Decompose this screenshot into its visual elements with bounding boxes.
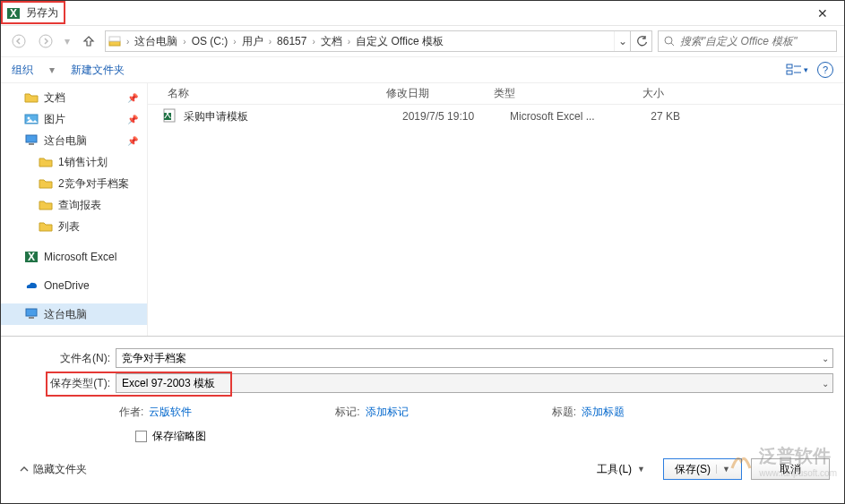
tags-field: 标记: 添加标记 [335,405,408,420]
close-button[interactable]: ✕ [805,6,841,21]
svg-line-7 [671,43,674,46]
sidebar-item-label: 列表 [58,219,80,235]
filetype-label: 保存类型(T): [46,376,116,391]
drive-icon [106,35,124,47]
tags-label: 标记: [335,405,359,420]
view-options[interactable]: ▾ [786,64,808,76]
chevron-right-icon[interactable]: › [266,37,274,47]
sidebar-item[interactable]: 文档📌 [1,87,147,108]
organize-menu[interactable]: 组织 [12,63,33,78]
sidebar-item[interactable]: OneDrive [1,275,147,296]
column-header: 名称 修改日期 类型 大小 [148,83,844,105]
sidebar-item-label: 这台电脑 [44,307,87,322]
refresh-button[interactable] [630,31,651,51]
breadcrumb-item[interactable]: 自定义 Office 模板 [353,34,446,49]
thumbnail-checkbox[interactable] [135,431,147,442]
search-box[interactable] [658,30,837,52]
chevron-right-icon[interactable]: › [124,37,132,47]
sidebar-item[interactable]: 1销售计划 [1,151,147,173]
svg-point-6 [665,37,672,44]
hide-folders-toggle[interactable]: 隐藏文件夹 [19,462,87,477]
sidebar-item[interactable]: 图片📌 [1,108,147,130]
forward-button[interactable] [35,30,56,52]
folder-icon [39,219,53,234]
body: 文档📌图片📌这台电脑📌1销售计划2竞争对手档案查询报表列表XMicrosoft … [1,83,844,336]
file-type: Microsoft Excel ... [510,110,617,123]
file-name: 采购申请模板 [184,109,402,124]
chevron-right-icon[interactable]: › [309,37,317,47]
svg-point-13 [28,117,30,120]
sidebar-item-label: 图片 [44,112,65,127]
address-bar[interactable]: › 这台电脑 › OS (C:) › 用户 › 86157 › 文档 › 自定义… [105,30,652,52]
up-button[interactable] [78,30,99,52]
sidebar-item[interactable]: 2竞争对手档案 [1,173,147,194]
file-row[interactable]: X采购申请模板2019/7/5 19:10Microsoft Excel ...… [148,105,844,128]
pin-icon: 📌 [127,115,138,124]
file-area: 名称 修改日期 类型 大小 X采购申请模板2019/7/5 19:10Micro… [148,83,844,336]
filetype-select[interactable]: Excel 97-2003 模板 ⌄ [116,373,833,393]
search-input[interactable] [680,35,831,47]
breadcrumb-item[interactable]: 86157 [274,35,309,47]
folder-icon [39,155,53,169]
doc-title-value[interactable]: 添加标题 [582,405,625,420]
tools-menu[interactable]: 工具(L) ▼ [588,458,654,480]
filename-value: 竞争对手档案 [122,351,186,366]
chevron-up-icon [19,464,30,474]
breadcrumb-item[interactable]: 文档 [318,34,345,49]
chevron-right-icon[interactable]: › [180,37,188,47]
column-date[interactable]: 修改日期 [386,86,494,101]
chevron-right-icon[interactable]: › [230,37,238,47]
filename-label: 文件名(N): [46,351,116,366]
sidebar-item[interactable]: 查询报表 [1,194,147,216]
sidebar-item[interactable]: 列表 [1,216,147,237]
column-name[interactable]: 名称 [162,86,386,101]
new-folder-button[interactable]: 新建文件夹 [71,63,125,78]
pictures-icon [24,112,39,126]
tags-value[interactable]: 添加标记 [366,405,409,420]
filename-input[interactable]: 竞争对手档案 ⌄ [116,348,833,368]
file-size: 27 KB [617,110,680,123]
pin-icon: 📌 [127,136,138,146]
sidebar-item[interactable]: XMicrosoft Excel [1,246,147,268]
chevron-down-icon[interactable]: ⌄ [822,379,829,389]
author-value[interactable]: 云版软件 [149,405,192,420]
doc-title-label: 标题: [552,405,576,420]
sidebar-item-label: 2竞争对手档案 [58,176,129,192]
author-label: 作者: [119,405,143,420]
svg-text:X: X [10,7,17,20]
save-button[interactable]: 保存(S) ▼ [663,458,742,480]
filetype-row: 保存类型(T): Excel 97-2003 模板 ⌄ [46,372,833,394]
excel-icon: X [6,6,21,21]
save-dropdown[interactable]: ▼ [716,465,730,474]
chevron-right-icon[interactable]: › [345,37,353,47]
onedrive-icon [24,278,39,293]
cancel-button[interactable]: 取消 [751,458,830,480]
svg-rect-19 [29,317,34,319]
svg-rect-14 [26,135,37,142]
thumbnail-label: 保存缩略图 [152,429,206,444]
svg-rect-5 [109,37,120,41]
save-form: 文件名(N): 竞争对手档案 ⌄ 保存类型(T): Excel 97-2003 … [1,336,844,489]
sidebar-item-label: 这台电脑 [44,133,87,149]
folder-icon [39,198,53,212]
sidebar-item[interactable]: 这台电脑 [1,303,147,325]
column-type[interactable]: 类型 [494,86,601,101]
back-button[interactable] [8,30,30,52]
file-date: 2019/7/5 19:10 [402,110,510,123]
svg-rect-9 [787,71,792,74]
sidebar-item-label: OneDrive [44,279,90,292]
breadcrumb-item[interactable]: OS (C:) [189,35,231,47]
filename-row: 文件名(N): 竞争对手档案 ⌄ [46,347,833,369]
breadcrumb-item[interactable]: 用户 [239,34,266,49]
svg-point-2 [13,35,25,47]
breadcrumb-item[interactable]: 这台电脑 [132,34,180,49]
column-size[interactable]: 大小 [601,86,664,101]
author-field: 作者: 云版软件 [119,405,192,420]
sidebar-item-label: 查询报表 [58,198,101,213]
sidebar-item[interactable]: 这台电脑📌 [1,130,147,151]
help-button[interactable]: ? [817,62,833,78]
address-dropdown[interactable]: ⌄ [614,31,630,51]
recent-dropdown[interactable]: ▾ [62,30,73,52]
chevron-down-icon[interactable]: ⌄ [822,354,829,363]
pc-icon [24,307,39,321]
